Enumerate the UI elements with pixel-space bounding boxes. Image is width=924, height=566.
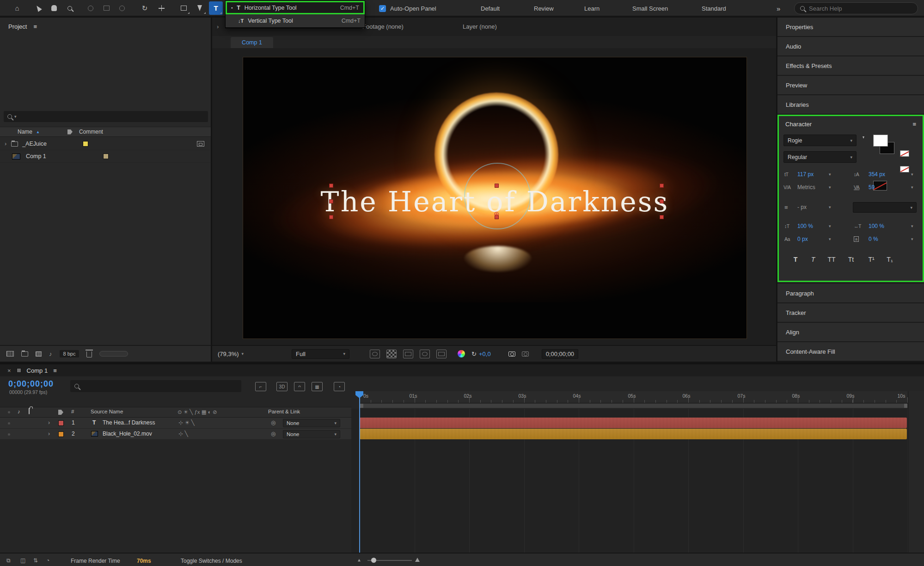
pan-behind-tool[interactable]	[154, 1, 168, 15]
menu-item-horizontal-type[interactable]: ▪ T Horizontal Type Tool Cmd+T	[226, 1, 365, 14]
zoom-in-mountain-icon[interactable]	[415, 558, 420, 562]
vertical-scale-value[interactable]: 100 %	[797, 223, 813, 229]
close-tab-icon[interactable]: ×	[7, 367, 11, 374]
playhead-line[interactable]	[359, 391, 360, 553]
current-timecode[interactable]: 0;00;00;00	[8, 379, 54, 389]
selection-tool[interactable]	[31, 1, 45, 15]
lock-column-icon[interactable]	[29, 408, 30, 414]
font-size-value[interactable]: 117 px	[797, 171, 814, 178]
pickwhip-icon[interactable]: ◎	[271, 431, 275, 437]
kerning-value[interactable]: Metrics	[797, 184, 815, 191]
timeline-tab-label[interactable]: Comp 1	[27, 367, 48, 374]
tracking-value[interactable]: 59	[869, 184, 875, 191]
superscript-button[interactable]: T¹	[863, 253, 880, 266]
pen-tool[interactable]	[193, 1, 207, 15]
tab-layer[interactable]: Layer (none)	[463, 23, 497, 30]
tab-footage[interactable]: Footage (none)	[362, 23, 404, 30]
chevron-down-icon[interactable]: ▾	[911, 237, 913, 241]
no-fill-swatch[interactable]	[900, 150, 909, 157]
small-caps-button[interactable]: Tt	[843, 253, 859, 266]
workspace-small-screen[interactable]: Small Screen	[632, 0, 668, 17]
expander-icon[interactable]: ›	[48, 431, 50, 437]
audio-column-icon[interactable]: ♪	[18, 409, 20, 414]
zoom-dropdown[interactable]: (79,3%) ▾	[218, 351, 244, 357]
workspace-learn[interactable]: Learn	[584, 0, 600, 17]
chevron-down-icon[interactable]: ▾	[829, 224, 831, 228]
comment-column-header[interactable]: Comment	[79, 129, 103, 135]
hand-tool[interactable]	[47, 1, 61, 15]
scrollbar-thumb[interactable]	[99, 351, 128, 357]
layer-bar-footage[interactable]	[360, 429, 907, 439]
tab-overflow-icon[interactable]: ›	[217, 23, 219, 30]
project-search-box[interactable]: ▾	[4, 111, 208, 122]
panel-preview[interactable]: Preview	[777, 76, 924, 95]
transparency-grid-icon[interactable]	[386, 350, 397, 358]
pickwhip-icon[interactable]: ◎	[271, 419, 275, 426]
label-column-icon[interactable]	[67, 129, 73, 135]
faux-italic-button[interactable]: T	[805, 253, 821, 266]
panel-menu-icon[interactable]: ≡	[53, 367, 57, 374]
timeline-zoom-handle[interactable]	[371, 558, 376, 563]
work-area-bar[interactable]	[360, 403, 908, 408]
shy-layers-icon[interactable]: ᴖ	[294, 382, 305, 391]
timeline-search-box[interactable]	[70, 380, 241, 392]
parent-dropdown[interactable]: None ▾	[283, 419, 340, 427]
dolly-camera-tool[interactable]	[115, 1, 129, 15]
layer-row-1[interactable]: › 1 T The Hea...f Darkness ⊹ ☀ ╲ ◎ None …	[0, 418, 351, 429]
font-style-dropdown[interactable]: Regular ▾	[783, 151, 857, 163]
horizontal-scale-value[interactable]: 100 %	[869, 223, 884, 229]
stroke-style-dropdown[interactable]: ▾	[853, 202, 917, 213]
panel-menu-icon[interactable]: ≡	[912, 121, 916, 128]
workspace-standard[interactable]: Standard	[702, 0, 726, 17]
inout-pane-icon[interactable]: ⇅	[33, 557, 38, 564]
chevron-down-icon[interactable]: ▾	[829, 185, 831, 190]
snapshot-icon[interactable]	[508, 351, 515, 357]
panel-tracker[interactable]: Tracker	[777, 303, 924, 323]
expander-icon[interactable]: ›	[5, 141, 6, 147]
render-pane-icon[interactable]: ◔	[46, 557, 49, 564]
no-stroke-swatch[interactable]	[900, 166, 909, 172]
selection-handle[interactable]	[329, 215, 333, 219]
layer-row-2[interactable]: › 2 Black_Hole_02.mov ⊹ ╲ ◎ None ▾	[0, 429, 351, 440]
viewer-timecode-box[interactable]: 0;00;00;00	[542, 349, 578, 359]
collapse-pane-icon[interactable]: ⧉	[6, 557, 11, 564]
transfer-controls-icon[interactable]: ◫	[20, 557, 25, 564]
motion-blur-icon[interactable]: ◔	[334, 382, 345, 391]
label-column-icon[interactable]	[58, 410, 63, 415]
panel-libraries[interactable]: Libraries	[777, 95, 924, 115]
home-icon[interactable]: ⌂	[10, 1, 24, 15]
pan-camera-tool[interactable]	[99, 1, 113, 15]
workspace-review[interactable]: Review	[534, 0, 554, 17]
resolution-dropdown[interactable]: Full ▾	[292, 349, 349, 359]
chevron-down-icon[interactable]: ▾	[829, 172, 831, 177]
panel-audio[interactable]: Audio	[777, 37, 924, 56]
panel-properties[interactable]: Properties	[777, 18, 924, 37]
interpret-footage-icon[interactable]: ♪	[49, 351, 52, 357]
mask-visibility-icon[interactable]	[403, 350, 413, 358]
zoom-out-mountain-icon[interactable]	[358, 559, 361, 561]
parent-link-column-header[interactable]: Parent & Link	[268, 409, 300, 414]
panel-align[interactable]: Align	[777, 323, 924, 342]
search-options-icon[interactable]: ▾	[14, 114, 17, 119]
label-color-chip[interactable]	[103, 154, 109, 159]
stroke-width-value[interactable]: - px	[797, 204, 807, 210]
selection-handle[interactable]	[329, 184, 333, 188]
faux-bold-button[interactable]: T	[787, 253, 804, 266]
tsume-value[interactable]: 0 %	[869, 236, 878, 242]
tab-comp1[interactable]: Comp 1	[231, 37, 273, 48]
chevron-down-icon[interactable]: ▾	[911, 185, 913, 190]
chevron-down-icon[interactable]: ▾	[911, 224, 913, 228]
chevron-down-icon[interactable]: ▾	[829, 205, 831, 209]
expander-icon[interactable]: ›	[48, 419, 50, 426]
number-column-header[interactable]: #	[71, 409, 74, 414]
selection-handle[interactable]	[329, 199, 333, 203]
auto-open-panel-checkbox[interactable]: ✓ Auto-Open Panel	[379, 0, 436, 17]
search-help-input[interactable]	[809, 5, 901, 12]
region-of-interest-icon[interactable]	[420, 350, 430, 358]
trash-icon[interactable]	[86, 351, 92, 357]
subscript-button[interactable]: T₁	[881, 253, 898, 266]
project-row-comp1[interactable]: Comp 1	[0, 150, 211, 163]
anchor-point-indicator[interactable]: ⊕	[494, 210, 500, 218]
search-help-box[interactable]	[794, 2, 918, 14]
comp-flowchart-icon[interactable]: ⌐	[255, 382, 266, 391]
